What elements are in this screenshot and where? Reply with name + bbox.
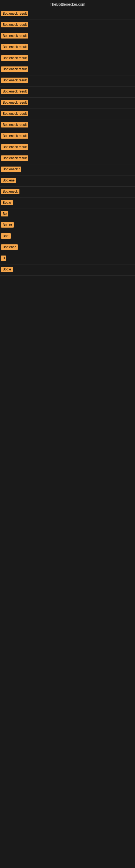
result-row: Bottleneck result <box>0 109 135 120</box>
result-row: Bottleneck result <box>0 42 135 53</box>
site-title-bar: TheBottlenecker.com <box>0 0 135 9</box>
bottleneck-badge[interactable]: B <box>1 255 6 261</box>
bottleneck-badge[interactable]: Bottleneck <box>1 189 19 194</box>
site-title: TheBottlenecker.com <box>0 0 135 9</box>
results-container: Bottleneck resultBottleneck resultBottle… <box>0 9 135 276</box>
result-row: Bottleneck result <box>0 153 135 164</box>
bottleneck-badge[interactable]: Bottleneck result <box>1 55 28 61</box>
bottleneck-badge[interactable]: Bottleneck result <box>1 78 28 83</box>
result-row: Bottleneck <box>0 187 135 198</box>
result-row: Bottleneck result <box>0 75 135 87</box>
bottleneck-badge[interactable]: Bottleneck result <box>1 122 28 127</box>
bottleneck-badge[interactable]: Bo <box>1 211 8 216</box>
bottleneck-badge[interactable]: Bottlene <box>1 178 16 183</box>
bottleneck-badge[interactable]: Bottleneck result <box>1 33 28 38</box>
bottleneck-badge[interactable]: Bottleneck result <box>1 44 28 50</box>
result-row: Bo <box>0 209 135 220</box>
result-row: Bottlenec <box>0 242 135 253</box>
result-row: Bottleneck result <box>0 142 135 153</box>
bottleneck-badge[interactable]: Bottlenec <box>1 244 18 250</box>
bottleneck-badge[interactable]: Bottleneck r <box>1 166 21 172</box>
bottleneck-badge[interactable]: Bottleneck result <box>1 111 28 116</box>
bottleneck-badge[interactable]: Bottleneck result <box>1 22 28 27</box>
result-row: Bottlene <box>0 176 135 187</box>
result-row: Bottleneck result <box>0 9 135 20</box>
result-row: Bottleneck result <box>0 64 135 75</box>
result-row: Bottleneck result <box>0 131 135 142</box>
bottleneck-badge[interactable]: Bottleneck result <box>1 155 28 161</box>
bottleneck-badge[interactable]: Bottleneck result <box>1 89 28 94</box>
result-row: Bottler <box>0 220 135 231</box>
result-row: Bottl <box>0 231 135 242</box>
bottleneck-badge[interactable]: Bottle <box>1 200 13 205</box>
bottleneck-badge[interactable]: Bottleneck result <box>1 11 28 16</box>
result-row: Bottle <box>0 265 135 276</box>
bottleneck-badge[interactable]: Bottleneck result <box>1 133 28 138</box>
result-row: Bottleneck result <box>0 87 135 98</box>
result-row: Bottleneck r <box>0 164 135 176</box>
bottleneck-badge[interactable]: Bottleneck result <box>1 66 28 72</box>
bottleneck-badge[interactable]: Bottle <box>1 267 13 272</box>
bottleneck-badge[interactable]: Bottleneck result <box>1 100 28 105</box>
result-row: Bottleneck result <box>0 98 135 109</box>
result-row: Bottleneck result <box>0 120 135 131</box>
result-row: Bottleneck result <box>0 31 135 42</box>
result-row: B <box>0 253 135 265</box>
bottleneck-badge[interactable]: Bottler <box>1 222 14 227</box>
result-row: Bottleneck result <box>0 20 135 31</box>
bottleneck-badge[interactable]: Bottl <box>1 233 11 239</box>
result-row: Bottleneck result <box>0 53 135 64</box>
result-row: Bottle <box>0 198 135 209</box>
bottleneck-badge[interactable]: Bottleneck result <box>1 144 28 150</box>
